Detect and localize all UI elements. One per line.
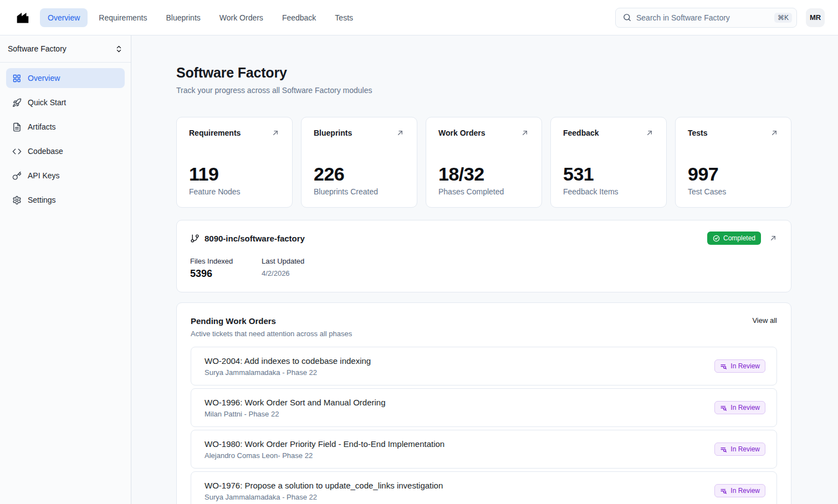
tab-requirements[interactable]: Requirements	[91, 8, 155, 27]
main-content: Software Factory Track your progress acr…	[131, 35, 838, 504]
work-order-meta: Surya Jammalamadaka - Phase 22	[205, 368, 371, 377]
work-order-meta: Alejandro Comas Leon- Phase 22	[205, 451, 444, 460]
stat-label: Feedback	[563, 128, 599, 137]
status-badge-label: In Review	[730, 362, 760, 370]
work-order-row-wo-2004[interactable]: WO-2004: Add indexes to codebase indexin…	[191, 347, 777, 385]
work-order-title: WO-2004: Add indexes to codebase indexin…	[205, 356, 371, 366]
search-shortcut-badge: ⌘K	[774, 13, 792, 23]
sidebar-item-label: Artifacts	[28, 122, 56, 131]
repo-card: 8090-inc/software-factory Completed	[176, 220, 791, 292]
stat-card-blueprints[interactable]: Blueprints 226 Blueprints Created	[301, 117, 417, 208]
arrow-up-right-icon	[271, 128, 280, 137]
git-branch-icon	[190, 234, 200, 243]
repo-stat-files-indexed: Files Indexed 5396	[190, 257, 262, 280]
status-badge-in-review: In Review	[714, 401, 765, 414]
chevrons-up-down-icon	[115, 45, 123, 53]
top-navigation: Overview Requirements Blueprints Work Or…	[40, 8, 361, 27]
gear-icon	[12, 196, 22, 205]
status-badge-label: In Review	[730, 404, 760, 412]
list-search-icon	[720, 446, 727, 453]
check-circle-icon	[713, 235, 720, 242]
rocket-icon	[12, 98, 22, 107]
user-avatar[interactable]: MR	[806, 8, 825, 27]
stat-sublabel: Phases Completed	[438, 187, 529, 196]
sidebar-item-label: Quick Start	[28, 98, 66, 107]
file-icon	[12, 122, 22, 132]
tab-work-orders[interactable]: Work Orders	[212, 8, 271, 27]
arrow-up-right-icon	[770, 128, 779, 137]
stat-sublabel: Blueprints Created	[314, 187, 405, 196]
status-badge-label: In Review	[730, 487, 760, 495]
pending-subtitle: Active tickets that need attention acros…	[191, 330, 352, 338]
pending-title: Pending Work Orders	[191, 316, 352, 326]
page-subtitle: Track your progress across all Software …	[176, 86, 791, 95]
stat-value: 226	[314, 163, 405, 185]
status-badge-in-review: In Review	[714, 359, 765, 373]
tab-feedback[interactable]: Feedback	[274, 8, 324, 27]
work-order-row-wo-1996[interactable]: WO-1996: Work Order Sort and Manual Orde…	[191, 388, 777, 427]
repo-stat-label: Files Indexed	[190, 257, 262, 265]
code-icon	[12, 147, 22, 156]
status-badge-label: Completed	[723, 234, 755, 242]
repo-name: 8090-inc/software-factory	[205, 234, 305, 243]
open-repo-arrow-icon[interactable]	[769, 234, 778, 243]
global-search[interactable]: ⌘K	[615, 8, 797, 28]
sidebar-item-overview[interactable]: Overview	[6, 68, 125, 88]
arrow-up-right-icon	[396, 128, 405, 137]
stat-label: Blueprints	[314, 128, 352, 137]
work-order-title: WO-1996: Work Order Sort and Manual Orde…	[205, 398, 386, 407]
work-order-meta: Surya Jammalamadaka - Phase 22	[205, 493, 443, 501]
work-order-list: WO-2004: Add indexes to codebase indexin…	[191, 347, 777, 504]
tab-tests[interactable]: Tests	[327, 8, 361, 27]
repo-stat-value: 5396	[190, 268, 262, 280]
stat-value: 119	[189, 163, 280, 185]
stat-label: Work Orders	[438, 128, 486, 137]
tab-blueprints[interactable]: Blueprints	[159, 8, 208, 27]
status-badge-completed: Completed	[707, 232, 761, 245]
sidebar-item-quick-start[interactable]: Quick Start	[6, 92, 125, 112]
sidebar-item-label: Settings	[28, 196, 56, 204]
repo-stat-last-updated: Last Updated 4/2/2026	[262, 257, 333, 280]
arrow-up-right-icon	[520, 128, 529, 137]
search-icon	[622, 13, 632, 22]
sidebar-item-label: Overview	[28, 74, 60, 83]
work-order-row-wo-1976[interactable]: WO-1976: Propose a solution to update_co…	[191, 471, 777, 504]
key-icon	[12, 171, 22, 181]
status-badge-in-review: In Review	[714, 443, 765, 456]
sidebar-item-codebase[interactable]: Codebase	[6, 141, 125, 161]
stat-value: 18/32	[438, 163, 529, 185]
sidebar-item-label: API Keys	[28, 171, 60, 180]
workspace-name: Software Factory	[8, 44, 67, 53]
work-order-title: WO-1980: Work Order Priority Field - End…	[205, 439, 444, 449]
topbar: Overview Requirements Blueprints Work Or…	[0, 0, 838, 35]
stat-label: Tests	[688, 128, 708, 137]
work-order-row-wo-1980[interactable]: WO-1980: Work Order Priority Field - End…	[191, 430, 777, 469]
stat-card-feedback[interactable]: Feedback 531 Feedback Items	[550, 117, 667, 208]
workspace-switcher[interactable]: Software Factory	[0, 35, 131, 63]
list-search-icon	[720, 487, 727, 495]
sidebar-item-api-keys[interactable]: API Keys	[6, 166, 125, 186]
pending-work-orders-card: Pending Work Orders Active tickets that …	[176, 302, 791, 504]
sidebar-item-artifacts[interactable]: Artifacts	[6, 117, 125, 137]
view-all-link[interactable]: View all	[752, 316, 777, 325]
repo-stat-value: 4/2/2026	[262, 269, 333, 277]
status-badge-in-review: In Review	[714, 484, 765, 497]
sidebar: Software Factory Overview	[0, 35, 131, 504]
stat-card-requirements[interactable]: Requirements 119 Feature Nodes	[176, 117, 293, 208]
repo-stat-label: Last Updated	[262, 257, 333, 265]
stat-sublabel: Feedback Items	[563, 187, 654, 196]
topbar-right: ⌘K MR	[615, 8, 825, 28]
page-title: Software Factory	[176, 65, 791, 81]
sidebar-item-label: Codebase	[28, 147, 63, 156]
stat-sublabel: Test Cases	[688, 187, 779, 196]
search-input[interactable]	[636, 13, 770, 22]
stat-card-work-orders[interactable]: Work Orders 18/32 Phases Completed	[426, 117, 542, 208]
sidebar-item-settings[interactable]: Settings	[6, 190, 125, 210]
list-search-icon	[720, 363, 727, 370]
arrow-up-right-icon	[645, 128, 654, 137]
grid-icon	[12, 74, 22, 83]
work-order-meta: Milan Pattni - Phase 22	[205, 410, 386, 418]
stat-card-tests[interactable]: Tests 997 Test Cases	[675, 117, 791, 208]
stat-sublabel: Feature Nodes	[189, 187, 280, 196]
tab-overview[interactable]: Overview	[40, 8, 88, 27]
